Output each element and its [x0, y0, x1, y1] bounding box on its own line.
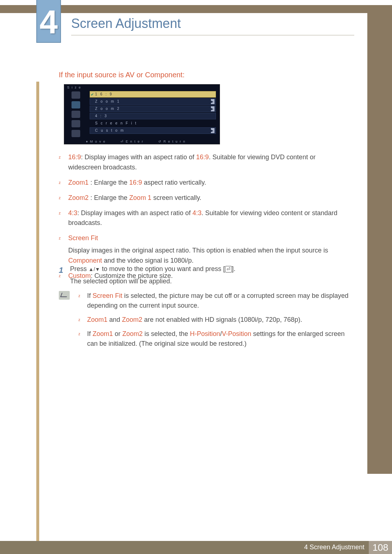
osd-row-label: 4 : 3	[95, 114, 107, 118]
item-screen-fit: Screen Fit Display images in the origina…	[68, 233, 349, 266]
note-item: z If Screen Fit is selected, the picture…	[78, 291, 349, 311]
osd-row-label: Z o o m 1	[95, 99, 120, 103]
term: Zoom1	[68, 179, 89, 186]
osd-row-zoom1: Z o o m 1▶	[90, 98, 216, 105]
osd-row-label: 1 6 : 9	[95, 92, 113, 96]
step-number: 1	[59, 264, 68, 276]
bullet-icon: z	[59, 178, 68, 188]
list-item: z Zoom2 : Enlarge the Zoom 1 screen vert…	[59, 193, 349, 203]
item-zoom1: Zoom1 : Enlarge the 16:9 aspect ratio ve…	[68, 178, 349, 188]
bullet-icon: z	[78, 291, 87, 311]
note-list: z If Screen Fit is selected, the picture…	[78, 291, 349, 353]
osd-row-label: S c r e e n F i t	[95, 121, 137, 125]
item-zoom2: Zoom2 : Enlarge the Zoom 1 screen vertic…	[68, 193, 349, 203]
osd-icon-lock	[72, 130, 80, 137]
osd-footer-return: ↺ R e t u r n	[158, 140, 186, 143]
list-item: z 4:3: Display images with an aspect rat…	[59, 208, 349, 229]
osd-side-icons	[64, 90, 87, 139]
bullet-icon: z	[78, 315, 87, 325]
osd-row-zoom2: Z o o m 2▶	[90, 106, 216, 112]
osd-row-label: C u s t o m	[95, 128, 124, 132]
note-item: z Zoom1 and Zoom2 are not enabled with H…	[78, 315, 349, 325]
item-4-3: 4:3: Display images with an aspect ratio…	[68, 208, 349, 229]
osd-icon-picture	[72, 91, 80, 99]
osd-icon-settings	[72, 120, 80, 127]
note-icon	[59, 291, 70, 300]
osd-footer-move: ♦ M o v e	[86, 140, 106, 143]
osd-screenshot: S i z e ✔1 6 : 9 Z o o m 1▶ Z o o m 2▶ 4…	[64, 84, 220, 144]
chapter-badge: 4	[36, 0, 61, 43]
osd-row-custom: C u s t o m▶	[90, 127, 216, 134]
step-line-2: The selected option will be applied.	[70, 276, 346, 287]
note-item: z If Zoom1 or Zoom2 is selected, the H-P…	[78, 329, 349, 349]
note-block: z If Screen Fit is selected, the picture…	[59, 291, 349, 353]
item-16-9: 16:9: Display images with an aspect rati…	[68, 152, 349, 173]
chapter-title: Screen Adjustment	[71, 16, 181, 31]
bullet-icon: z	[78, 329, 87, 349]
bullet-icon: z	[59, 152, 68, 173]
osd-row-4-3: 4 : 3	[90, 113, 216, 119]
chapter-number: 4	[40, 6, 58, 38]
term: Zoom2	[68, 194, 89, 201]
bullet-icon: z	[59, 233, 68, 266]
step-1: 1 Press ▲/▼ to move to the option you wa…	[59, 264, 349, 287]
step-text: Press ▲/▼ to move to the option you want…	[70, 264, 346, 287]
osd-row-label: Z o o m 2	[95, 107, 120, 111]
up-down-icon: ▲/▼	[89, 266, 100, 272]
list-item: z 16:9: Display images with an aspect ra…	[59, 152, 349, 173]
enter-icon: ⏎	[225, 266, 232, 272]
osd-footer: ♦ M o v e ⏎ E n t e r ↺ R e t u r n	[86, 139, 220, 144]
osd-row-16-9: ✔1 6 : 9	[90, 91, 216, 98]
list-item: z Screen Fit Display images in the origi…	[59, 233, 349, 266]
term: Screen Fit	[68, 234, 98, 242]
osd-footer-enter: ⏎ E n t e r	[121, 140, 144, 143]
osd-icon-size	[72, 101, 80, 108]
footer-chapter-label: 4 Screen Adjustment	[304, 543, 364, 551]
page-footer: 4 Screen Adjustment 108	[0, 541, 392, 554]
term: 4:3	[68, 209, 77, 217]
page-number: 108	[369, 541, 392, 554]
term: 16:9	[68, 153, 81, 161]
list-item: z Zoom1 : Enlarge the 16:9 aspect ratio …	[59, 178, 349, 188]
section-heading: If the input source is AV or Component:	[59, 71, 184, 79]
bullet-icon: z	[59, 208, 68, 229]
chapter-underline	[71, 35, 354, 36]
bullet-icon: z	[59, 193, 68, 203]
margin-rule	[36, 82, 39, 541]
side-rule	[367, 5, 392, 474]
osd-icon-network	[72, 111, 80, 118]
osd-row-screen-fit: S c r e e n F i t	[90, 120, 216, 127]
osd-title: S i z e	[67, 86, 81, 89]
osd-rows: ✔1 6 : 9 Z o o m 1▶ Z o o m 2▶ 4 : 3 S c…	[90, 91, 216, 135]
